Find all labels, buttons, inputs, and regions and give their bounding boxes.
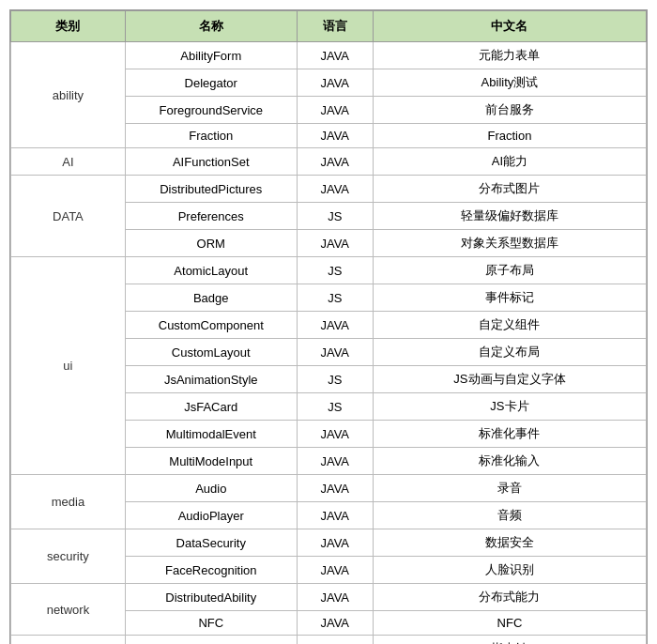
lang-cell: JAVA (297, 502, 373, 529)
lang-cell: JAVA (297, 339, 373, 366)
category-cell: AI (11, 148, 126, 176)
cn-cell: 分布式图片 (373, 176, 646, 203)
name-cell: AIFunctionSet (125, 148, 297, 176)
lang-cell: JAVA (297, 42, 373, 69)
lang-cell: JAVA (297, 584, 373, 611)
table-row: uiAtomicLayoutJS原子布局 (11, 257, 647, 284)
name-cell: DistributedPictures (125, 176, 297, 203)
lang-cell: JAVA (297, 475, 373, 502)
cn-cell: JS动画与自定义字体 (373, 366, 646, 393)
category-cell: media (11, 475, 126, 529)
table-row: DATADistributedPicturesJAVA分布式图片 (11, 176, 647, 203)
cn-cell: AI能力 (373, 148, 646, 176)
table-row: mediaAudioJAVA录音 (11, 475, 647, 502)
name-cell: JsAnimationStyle (125, 366, 297, 393)
name-cell: MultimodalEvent (125, 421, 297, 448)
cn-cell: 标准化输入 (373, 448, 646, 475)
cn-cell: 前台服务 (373, 97, 646, 124)
data-table: 类别 名称 语言 中文名 abilityAbilityFormJAVA元能力表单… (10, 10, 647, 644)
header-category: 类别 (11, 11, 126, 42)
lang-cell: JAVA (297, 448, 373, 475)
name-cell: Fraction (125, 124, 297, 148)
lang-cell: JAVA (297, 124, 373, 148)
name-cell: Delegator (125, 69, 297, 97)
category-cell: security (11, 529, 126, 584)
cn-cell: 分布式能力 (373, 584, 646, 611)
cn-cell: Ability测试 (373, 69, 646, 97)
cn-cell: NFC (373, 611, 646, 636)
lang-cell: JAVA (297, 230, 373, 257)
lang-cell: JAVA (297, 148, 373, 176)
cn-cell: 标准化事件 (373, 421, 646, 448)
lang-cell: JAVA (297, 312, 373, 339)
category-cell: DATA (11, 176, 126, 257)
table-row: deviceCompassJAVA指南针 (11, 636, 647, 645)
name-cell: Preferences (125, 203, 297, 230)
table-row: securityDataSecurityJAVA数据安全 (11, 529, 647, 557)
cn-cell: 指南针 (373, 636, 646, 645)
lang-cell: JS (297, 284, 373, 312)
name-cell: AtomicLayout (125, 257, 297, 284)
cn-cell: 音频 (373, 502, 646, 529)
name-cell: Audio (125, 475, 297, 502)
main-table-container: 类别 名称 语言 中文名 abilityAbilityFormJAVA元能力表单… (9, 9, 648, 644)
cn-cell: 对象关系型数据库 (373, 230, 646, 257)
cn-cell: 录音 (373, 475, 646, 502)
lang-cell: JS (297, 393, 373, 421)
name-cell: ORM (125, 230, 297, 257)
name-cell: JsFACard (125, 393, 297, 421)
name-cell: Compass (125, 636, 297, 645)
category-cell: network (11, 584, 126, 636)
cn-cell: Fraction (373, 124, 646, 148)
lang-cell: JAVA (297, 557, 373, 584)
cn-cell: JS卡片 (373, 393, 646, 421)
lang-cell: JAVA (297, 176, 373, 203)
name-cell: CustomComponent (125, 312, 297, 339)
cn-cell: 自定义组件 (373, 312, 646, 339)
lang-cell: JAVA (297, 636, 373, 645)
name-cell: MultiModeInput (125, 448, 297, 475)
cn-cell: 自定义布局 (373, 339, 646, 366)
name-cell: DistributedAbility (125, 584, 297, 611)
cn-cell: 人脸识别 (373, 557, 646, 584)
lang-cell: JAVA (297, 421, 373, 448)
header-lang: 语言 (297, 11, 373, 42)
lang-cell: JAVA (297, 69, 373, 97)
name-cell: FaceRecognition (125, 557, 297, 584)
lang-cell: JS (297, 203, 373, 230)
name-cell: DataSecurity (125, 529, 297, 557)
category-cell: ability (11, 42, 126, 148)
name-cell: CustomLayout (125, 339, 297, 366)
header-name: 名称 (125, 11, 297, 42)
name-cell: ForegroundService (125, 97, 297, 124)
name-cell: NFC (125, 611, 297, 636)
table-header-row: 类别 名称 语言 中文名 (11, 11, 647, 42)
table-row: AIAIFunctionSetJAVAAI能力 (11, 148, 647, 176)
cn-cell: 元能力表单 (373, 42, 646, 69)
cn-cell: 原子布局 (373, 257, 646, 284)
lang-cell: JAVA (297, 529, 373, 557)
cn-cell: 事件标记 (373, 284, 646, 312)
lang-cell: JS (297, 257, 373, 284)
name-cell: Badge (125, 284, 297, 312)
cn-cell: 轻量级偏好数据库 (373, 203, 646, 230)
name-cell: AbilityForm (125, 42, 297, 69)
cn-cell: 数据安全 (373, 529, 646, 557)
table-row: abilityAbilityFormJAVA元能力表单 (11, 42, 647, 69)
table-row: networkDistributedAbilityJAVA分布式能力 (11, 584, 647, 611)
lang-cell: JAVA (297, 611, 373, 636)
category-cell: device (11, 636, 126, 645)
lang-cell: JAVA (297, 97, 373, 124)
category-cell: ui (11, 257, 126, 475)
lang-cell: JS (297, 366, 373, 393)
header-cn: 中文名 (373, 11, 646, 42)
name-cell: AudioPlayer (125, 502, 297, 529)
